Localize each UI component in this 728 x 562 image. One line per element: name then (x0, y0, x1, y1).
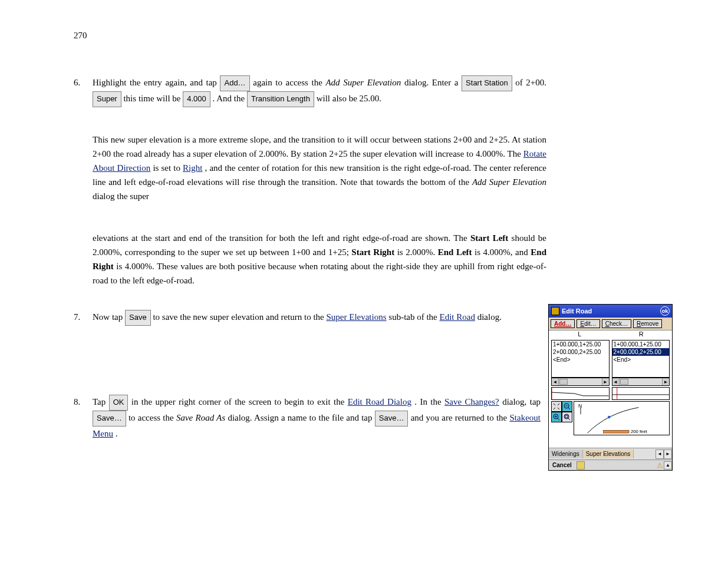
list-item[interactable]: 1+00.000,1+25.00 (552, 340, 609, 348)
text: elevations at the start and end of the t… (93, 233, 467, 243)
svg-line-6 (558, 418, 559, 420)
svg-text:200 feet: 200 feet (631, 429, 648, 434)
label-start-right: Start Right (351, 247, 394, 257)
dialog-name: Add Super Elevation (325, 78, 401, 87)
ok-button-ref: OK (109, 395, 129, 411)
preview-row: N 200 feet (549, 400, 672, 437)
list-left[interactable]: 1+00.000,1+25.00 2+00.000,2+25.00 <End> (551, 340, 610, 378)
para-step-6: 6. Highlight the entry again, and tap Ad… (93, 75, 546, 107)
text: dialog, tap (502, 397, 541, 406)
text: dialog. Assign a name to the file and ta… (228, 413, 372, 422)
para-step-8: 8. Tap OK in the upper right corner of t… (93, 395, 541, 441)
list-item[interactable]: 2+00.000,2+25.00 (552, 348, 609, 356)
tab-super-elevations[interactable]: Super Elevations (583, 449, 634, 458)
text: is 4.000%, and (475, 247, 528, 257)
app-icon (551, 307, 559, 315)
transition-length-ref: Transition Length (247, 91, 314, 107)
page-number: 270 (74, 31, 87, 41)
super-value-ref: 4.000 (183, 91, 210, 107)
keyboard-icon[interactable] (577, 461, 585, 470)
list-item[interactable]: <End> (612, 356, 670, 363)
label-end-left: End Left (438, 247, 472, 257)
text: will also be 25.00. (317, 94, 381, 103)
text: . (116, 429, 118, 438)
text: Highlight the entry again, and tap (93, 78, 217, 87)
toolbar: Add… Edit… Check… Remove (549, 318, 672, 330)
text: Tap (93, 397, 106, 406)
text: is 2.000%. (397, 247, 436, 257)
svg-rect-15 (604, 430, 629, 433)
hscroll-left[interactable]: ◄ ► (551, 378, 610, 386)
scroll-thumb[interactable] (620, 379, 628, 385)
svg-text:N: N (578, 403, 582, 409)
para-start-end-values: elevations at the start and end of the t… (93, 231, 546, 287)
link-edit-road[interactable]: Edit Road (440, 312, 475, 322)
check-button[interactable]: Check… (602, 319, 631, 328)
add-button-ref: Add… (220, 75, 249, 91)
profile-left (551, 387, 610, 400)
plan-view[interactable]: N 200 feet (574, 401, 670, 435)
zoom-out-icon[interactable] (562, 401, 572, 412)
tab-scroll-left-icon[interactable]: ◄ (655, 449, 664, 459)
list-item[interactable]: 1+00.000,1+25.00 (612, 340, 670, 348)
profile-right (612, 387, 670, 400)
step-number-6: 6. (74, 75, 80, 90)
add-button[interactable]: Add… (551, 319, 575, 328)
tab-bar: Widenings Super Elevations ◄ ► (549, 448, 672, 459)
para-step-7: 7. Now tap Save to save the new super el… (93, 310, 541, 326)
list-item-selected[interactable]: 2+00.000,2+25.00 (612, 348, 670, 356)
up-arrow-icon[interactable]: ▲ (664, 461, 672, 470)
ok-button[interactable]: ok (660, 306, 670, 316)
text: is 4.000%. These values are both positiv… (93, 262, 546, 285)
softkey-bar: Cancel ⚠ ▲ (549, 459, 672, 470)
start-station-button-ref: Start Station (462, 75, 512, 91)
text: sub-tab of the (388, 312, 437, 322)
title-bar: Edit Road ok (549, 305, 672, 318)
link-right-option[interactable]: Right (183, 163, 202, 173)
zoom-in-icon[interactable] (551, 412, 562, 422)
zoom-window-icon[interactable] (562, 412, 572, 422)
edit-button[interactable]: Edit… (577, 319, 599, 328)
zoom-extents-icon[interactable] (551, 401, 562, 412)
save-button-ref-2: Save… (93, 411, 126, 427)
link-save-changes[interactable]: Save Changes? (444, 397, 499, 406)
scroll-thumb[interactable] (559, 379, 568, 385)
zoom-toolbar (551, 401, 572, 435)
step-number-8: 8. (74, 395, 80, 409)
text: this time will be (123, 94, 180, 103)
dialog-save-road-as: Save Road As (176, 413, 225, 422)
text: Now tap (93, 312, 123, 322)
svg-rect-11 (565, 415, 568, 418)
tab-scroll-right-icon[interactable]: ► (664, 449, 672, 459)
header-right: R (611, 330, 673, 340)
label-start-left: Start Left (470, 233, 508, 243)
scroll-left-icon[interactable]: ◄ (552, 378, 559, 385)
text: is set to (153, 163, 180, 173)
link-super-elevations[interactable]: Super Elevations (326, 312, 386, 322)
text: This new super elevation is a more extre… (93, 135, 546, 158)
header-left: L (549, 330, 611, 340)
svg-line-10 (568, 418, 570, 420)
list-item[interactable]: <End> (552, 356, 609, 363)
text: and you are returned to the (411, 413, 508, 422)
hscroll-right[interactable]: ◄ ► (612, 378, 670, 386)
super-button-ref: Super (93, 91, 121, 107)
scroll-right-icon[interactable]: ► (662, 378, 669, 385)
text: dialog. Enter a (404, 78, 459, 87)
tab-scroll: ◄ ► (655, 449, 672, 459)
list-boxes: 1+00.000,1+25.00 2+00.000,2+25.00 <End> … (549, 340, 672, 378)
link-edit-road-dialog[interactable]: Edit Road Dialog (348, 397, 411, 406)
remove-button[interactable]: Remove (633, 319, 662, 328)
svg-line-3 (568, 408, 570, 409)
text: . In the (414, 397, 441, 406)
tab-widenings[interactable]: Widenings (549, 449, 583, 458)
scroll-right-icon[interactable]: ► (602, 378, 609, 385)
scroll-left-icon[interactable]: ◄ (612, 378, 620, 385)
list-right[interactable]: 1+00.000,1+25.00 2+00.000,2+25.00 <End> (612, 340, 670, 378)
warning-icon[interactable]: ⚠ (655, 461, 664, 470)
column-headers: L R (549, 330, 672, 340)
cancel-button[interactable]: Cancel (549, 462, 575, 468)
device-screenshot: Edit Road ok Add… Edit… Check… Remove L … (548, 304, 673, 471)
text: again to access the (253, 78, 322, 87)
save-button-ref-1: Save (125, 310, 151, 326)
